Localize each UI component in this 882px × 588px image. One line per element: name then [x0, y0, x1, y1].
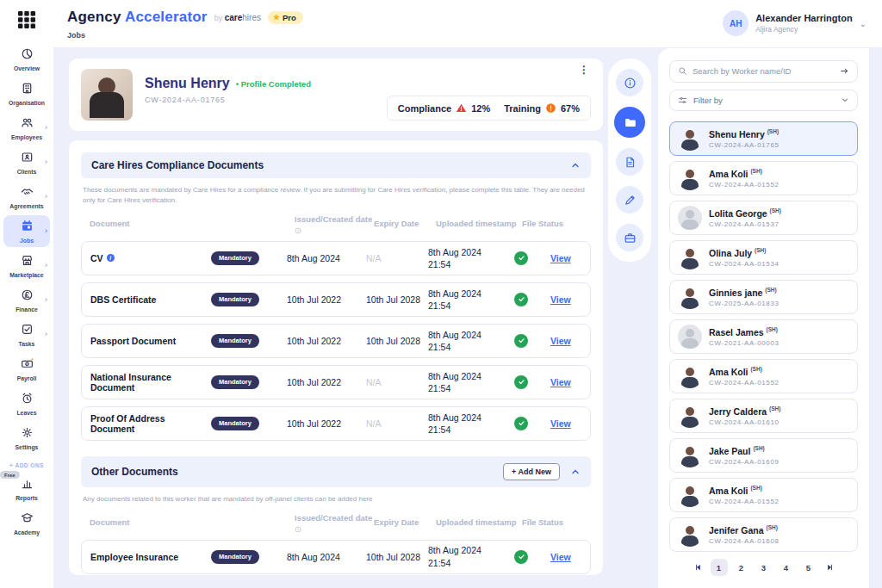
sidebar-item-payroll[interactable]: ✦Payroll	[3, 353, 50, 385]
collapse-chevron-up-icon[interactable]	[570, 160, 581, 170]
rail-tab-folder[interactable]	[614, 107, 645, 138]
view-link[interactable]: View	[550, 253, 583, 263]
page-button-1[interactable]: 1	[711, 559, 728, 576]
profile-status: • Profile Completed	[236, 79, 311, 89]
worker-id: CW-2024-AA-01552	[709, 181, 780, 189]
worker-list-item[interactable]: Jerry Caldera (SH)CW-2024-AA-01610	[669, 399, 858, 433]
documents-card: Care Hires Compliance Documents These do…	[69, 140, 603, 575]
view-link[interactable]: View	[550, 336, 583, 346]
sidebar-item-leaves[interactable]: Leaves	[3, 387, 50, 419]
page-button-5[interactable]: 5	[800, 559, 817, 576]
sidebar-item-organisation[interactable]: Organisation	[3, 77, 50, 109]
info-icon[interactable]: i	[107, 254, 115, 262]
sidebar-item-label: Finance	[16, 306, 38, 313]
worker-list-item[interactable]: Ginnies jane (SH)CW-2025-AA-01833	[669, 280, 858, 314]
worker-avatar	[678, 245, 702, 269]
worker-photo	[81, 69, 133, 121]
rail-tab-briefcase[interactable]	[616, 224, 643, 251]
sidebar-item-employees[interactable]: Employees›	[3, 112, 50, 144]
worker-list-item[interactable]: Ama Koli (SH)CW-2024-AA-01552	[669, 161, 858, 195]
sidebar-item-tasks[interactable]: Tasks›	[3, 319, 50, 350]
worker-list-item[interactable]: Lolita George (SH)CW-2024-AA-01537	[669, 201, 858, 235]
worker-list-item[interactable]: Ama Koli (SH)CW-2024-AA-01552	[669, 359, 858, 393]
search-submit-arrow-icon[interactable]	[840, 66, 849, 76]
section-other-documents: Other Documents + Add New Any documents …	[81, 456, 591, 575]
graduation-cap-icon	[21, 511, 34, 528]
worker-id: CW-2025-AA-01833	[709, 300, 780, 307]
chevron-right-icon: ›	[45, 226, 47, 234]
worker-avatar	[678, 364, 702, 388]
worker-name: Ama Koli (SH)	[709, 168, 780, 179]
worker-list-item[interactable]: Ama Koli (SH)CW-2024-AA-01552	[669, 478, 858, 512]
chevron-down-icon: ⌄	[860, 19, 866, 28]
view-link[interactable]: View	[550, 418, 583, 429]
collapse-chevron-up-icon[interactable]	[570, 467, 581, 477]
worker-name: Ginnies jane (SH)	[709, 287, 780, 298]
sidebar-item-reports[interactable]: FreeReports	[3, 473, 50, 504]
col-header-document: Document	[90, 214, 295, 234]
sidebar-item-label: Agreements	[9, 203, 43, 209]
section-title: Care Hires Compliance Documents	[91, 159, 570, 171]
document-name: Employee Insurance	[90, 552, 211, 562]
worker-id: CW-2024-AA-01552	[709, 379, 780, 387]
sidebar-item-finance[interactable]: Finance›	[3, 284, 50, 316]
document-row: Proof Of Address DocumentMandatory10th J…	[81, 406, 591, 441]
pagination: 12345	[669, 552, 858, 581]
user-menu[interactable]: AH Alexander Harrington Aljira Agency ⌄	[723, 10, 866, 36]
kebab-menu-icon[interactable]: ⋮	[577, 67, 591, 83]
rail-tab-info-circle[interactable]	[616, 69, 643, 96]
col-header-expiry-date: Expiry Date	[374, 513, 436, 533]
uploaded-timestamp: 8th Aug 202421:54	[428, 544, 514, 568]
chevron-right-icon: ›	[45, 122, 47, 131]
sidebar-item-settings[interactable]: Settings	[3, 422, 50, 454]
worker-list-item[interactable]: Rasel James (SH)CW-2021-AA-00003	[669, 319, 858, 354]
rail-tab-pen[interactable]	[616, 186, 643, 214]
previous-page-icon[interactable]	[692, 560, 705, 574]
sidebar-item-clients[interactable]: Clients›	[3, 146, 50, 178]
next-page-icon[interactable]	[823, 560, 836, 574]
bar-chart-icon	[21, 477, 34, 493]
worker-panel: Filter by Shenu Henry (SH)CW-2024-AA-017…	[658, 48, 869, 588]
warning-triangle-icon	[456, 102, 467, 114]
worker-name: Ama Koli (SH)	[709, 485, 780, 496]
sidebar-item-overview[interactable]: Overview	[3, 43, 50, 75]
worker-list-item[interactable]: Jake Paul (SH)CW-2024-AA-01609	[669, 438, 858, 473]
sidebar-item-agreements[interactable]: Agreements›	[3, 181, 50, 213]
uploaded-timestamp: 8th Aug 202421:54	[428, 246, 514, 270]
add-new-button[interactable]: + Add New	[503, 463, 560, 480]
col-header-issued-date: Issued/Created date	[295, 513, 374, 533]
worker-list-item[interactable]: Jenifer Gana (SH)CW-2024-AA-01608	[669, 517, 858, 552]
view-link[interactable]: View	[550, 294, 583, 305]
sidebar-item-label: Leaves	[16, 410, 36, 416]
sidebar-item-label: Tasks	[19, 341, 35, 347]
sidebar-item-jobs[interactable]: Jobs›	[3, 215, 50, 247]
verified-check-icon	[514, 375, 528, 389]
sidebar-item-label: Marketplace	[9, 272, 43, 278]
filter-dropdown[interactable]: Filter by	[669, 90, 858, 112]
sidebar-item-academy[interactable]: Academy	[3, 507, 50, 539]
table-header-row: DocumentIssued/Created date Expiry DateU…	[81, 510, 591, 540]
worker-list-item[interactable]: Olina July (SH)CW-2024-AA-01534	[669, 240, 858, 275]
chevron-right-icon: ›	[45, 260, 47, 269]
add-ons-label[interactable]: + ADD ONS	[9, 462, 44, 468]
worker-list-item[interactable]: Shenu Henry (SH)CW-2024-AA-01765	[669, 121, 858, 156]
search-input[interactable]	[693, 66, 835, 76]
mandatory-badge: Mandatory	[211, 550, 259, 564]
page-button-4[interactable]: 4	[778, 559, 795, 576]
app-grid-icon[interactable]	[17, 10, 36, 29]
chevron-right-icon: ›	[45, 157, 47, 165]
rail-tab-document[interactable]	[616, 148, 643, 176]
page-button-2[interactable]: 2	[733, 559, 750, 576]
view-link[interactable]: View	[550, 552, 583, 562]
page-button-3[interactable]: 3	[755, 559, 773, 576]
view-link[interactable]: View	[550, 377, 583, 387]
store-icon	[21, 254, 34, 270]
people-icon	[21, 116, 34, 133]
gear-icon	[21, 426, 34, 443]
sidebar-item-label: Organisation	[9, 100, 45, 106]
section-description: These documents are mandated by Care Hir…	[83, 185, 589, 206]
sidebar-item-marketplace[interactable]: Marketplace›	[3, 250, 50, 282]
section-title: Other Documents	[91, 466, 503, 478]
sidebar-item-label: Overview	[14, 65, 40, 71]
worker-id: CW-2024-AA-01765	[709, 141, 780, 149]
